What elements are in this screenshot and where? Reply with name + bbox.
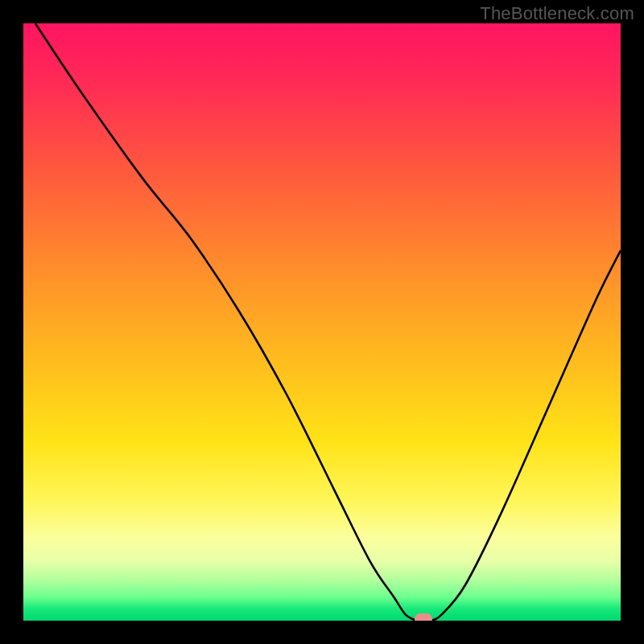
bottleneck-curve xyxy=(23,23,621,621)
optimal-point-marker xyxy=(415,613,432,621)
plot-area xyxy=(23,23,621,621)
watermark-text: TheBottleneck.com xyxy=(480,3,634,24)
chart-frame: TheBottleneck.com xyxy=(0,0,644,644)
